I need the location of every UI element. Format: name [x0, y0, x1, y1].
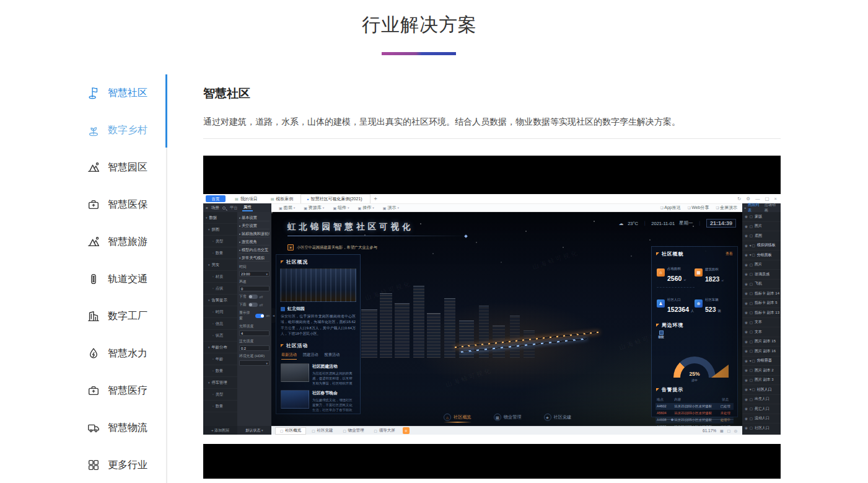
editor-tab[interactable]: 模板案例 [265, 194, 301, 203]
layer-row[interactable]: ◉ ▢ 图片 [742, 222, 781, 232]
layer-row[interactable]: ◉ ▢ 流动人口 [742, 414, 781, 424]
editor-tab[interactable]: 智慧社区可视化案例(2021) [300, 194, 370, 203]
scene-tree-row[interactable]: 男女 [203, 259, 237, 271]
snow-toggle[interactable]: 下雪 off [239, 294, 270, 299]
view-mode-icons[interactable]: ▦ ▢ ◎ [720, 428, 739, 433]
scene-tree-row[interactable]: 时间 [203, 306, 237, 318]
editor-tab[interactable]: 我的项目 [229, 194, 265, 203]
view-more-link[interactable]: 查看 [726, 251, 733, 257]
eye-icon[interactable]: ◉ [745, 340, 748, 343]
sidebar-item-smart-healthcare[interactable]: 智慧医疗 [87, 372, 166, 409]
sidebar-item-smart-community[interactable]: 智慧社区 [87, 74, 166, 112]
scene-tree-row[interactable]: 状态 [203, 330, 237, 342]
layer-row[interactable]: ◉ ▢ 社区人口 [742, 385, 781, 395]
page-tab[interactable]: 社区党建 [307, 427, 337, 435]
eye-icon[interactable]: ◉ [745, 215, 748, 218]
toolbar-button[interactable]: 操作 [358, 205, 374, 211]
scene-tree-row[interactable]: 数量 [203, 365, 237, 377]
layer-row[interactable]: ◉ ▢ 指标卡 副本 5 [742, 299, 781, 309]
eye-icon[interactable]: ◉ [745, 224, 748, 228]
collapse-left-icon[interactable]: « [206, 206, 208, 210]
page-tab[interactable]: 领导大屏 [370, 427, 400, 435]
layer-row[interactable]: ◉ ▢ 指标卡 副本 14 [742, 289, 781, 299]
property-section[interactable]: 游览视角 [239, 237, 270, 246]
panel-collapse-handle[interactable]: ◂ [271, 308, 276, 323]
layer-row[interactable]: ◉ ▢ 死亡人口 [742, 404, 781, 414]
zoom-level[interactable]: 61.17% [703, 428, 716, 433]
layer-row[interactable]: ◉ ▢ 玻璃质感 [742, 270, 781, 280]
sidebar-item-smart-park[interactable]: 智慧园区 [87, 149, 166, 186]
light-input[interactable]: 4 [239, 330, 270, 336]
scene-tree-row[interactable]: 类型 [203, 389, 237, 401]
minimize-icon[interactable]: — [755, 196, 760, 202]
alert-row[interactable]: A4602 11月21日02小区水管爆裂 已处理 [655, 403, 734, 410]
search-icon[interactable] [222, 206, 226, 210]
eye-icon[interactable]: ◉ [745, 263, 748, 267]
bloom-input[interactable]: 0.2 [239, 345, 270, 351]
add-layer-button[interactable]: + 添加图层 [203, 426, 237, 435]
eye-icon[interactable]: ◉ [745, 272, 748, 276]
share-action-button[interactable]: App推送 [660, 205, 681, 211]
layer-row[interactable]: ◉ ▢ 图片 副本 16 [742, 347, 781, 357]
property-section-open[interactable]: 异常天气模拟 [239, 254, 270, 262]
dashboard-nav-item[interactable]: 社区党建 [544, 414, 572, 423]
activity-tab[interactable]: 最新活动 [281, 352, 297, 360]
toolbar-button[interactable]: 图层 [279, 205, 295, 211]
alert-row[interactable]: A4608 11月21日05小区水管爆裂 处理中 [655, 417, 734, 423]
eye-icon[interactable]: ◉ [745, 330, 748, 334]
collapse-right-icon[interactable]: » [744, 206, 746, 210]
eye-icon[interactable]: ◉ [745, 378, 748, 382]
scene-tree-row[interactable]: 数量 [203, 247, 237, 259]
time-select[interactable]: 23:00 [239, 271, 270, 277]
activity-tab[interactable]: 投票活动 [325, 352, 340, 360]
page-tab[interactable]: 社区概览 [275, 427, 306, 435]
property-section[interactable]: 天空设置 [239, 221, 270, 229]
eye-icon[interactable]: ◉ [745, 388, 748, 391]
sidebar-item-digital-factory[interactable]: 数字工厂 [87, 298, 166, 335]
eye-icon[interactable]: ◉ [745, 407, 748, 410]
timeline-slider[interactable] [662, 419, 734, 420]
activity-item[interactable]: 社区团建活动 为拉近社区居民之间的距离感，促进邻里和谐，以互帮互助为宗旨，社区组… [281, 363, 356, 386]
layer-row[interactable]: ◉ ▢ 模拟训练板 [742, 241, 781, 251]
share-action-button[interactable]: 全屏演示 [716, 205, 737, 211]
eye-icon[interactable]: ◉ [745, 311, 748, 314]
eye-icon[interactable]: ◉ [745, 426, 748, 430]
share-action-button[interactable]: Web分享 [688, 205, 709, 211]
dashboard-nav-item[interactable]: 物业管理 [494, 414, 522, 423]
property-section[interactable]: 鼠标拖拽和滚轮缩放 [239, 229, 270, 237]
scene-tree-row[interactable]: 停车管理 [203, 377, 237, 389]
sidebar-item-rail-transit[interactable]: 轨道交通 [87, 260, 166, 298]
scene-tree-row[interactable]: 拼图 [203, 224, 237, 236]
eye-icon[interactable]: ◉ [745, 417, 748, 420]
sidebar-item-smart-logistics[interactable]: 智慧物流 [87, 409, 166, 446]
scene-tree-row[interactable]: 数量 [203, 401, 237, 412]
activity-item[interactable]: 社区春节晚会 为弘扬传统文化，增强社区凝聚力，丰富社区居民文化生活，社区举办了春… [281, 390, 356, 413]
activity-tab[interactable]: 团建活动 [303, 352, 318, 360]
eye-icon[interactable]: ◉ [745, 244, 748, 247]
dashboard-nav-item[interactable]: 社区概览 [444, 414, 471, 423]
eye-icon[interactable]: ◉ [745, 253, 748, 257]
property-section[interactable]: 模型内点击交互 [239, 246, 270, 254]
layer-row[interactable]: ◉ ▢ 图片 副本 15 [742, 337, 781, 347]
tab-properties[interactable]: 属性 [242, 205, 253, 211]
eye-icon[interactable]: ◉ [745, 397, 748, 401]
layer-row[interactable]: ◉ ▢ 指标卡 副本 13 [742, 308, 781, 318]
popup-toggle[interactable]: 显示弹窗 on [239, 310, 270, 321]
hdr-select[interactable] [239, 360, 270, 366]
rain-toggle[interactable]: 下雨 off [239, 302, 270, 308]
sidebar-item-more-industries[interactable]: 更多行业 [87, 446, 166, 483]
alert-row[interactable]: A5604 11月21日03小区水管爆裂 未处理 [655, 410, 734, 417]
toolbar-button[interactable]: 资源库 [304, 205, 324, 211]
eye-icon[interactable]: ◉ [745, 301, 748, 305]
scene-tree-row[interactable]: 年龄 [203, 353, 237, 365]
add-page-button[interactable]: ＋ [403, 427, 410, 434]
sidebar-item-smart-medical-insurance[interactable]: 智慧医保 [87, 186, 166, 223]
settings-gear-icon[interactable]: ⚙ [746, 196, 750, 202]
scene-tree-row[interactable]: 信息 [203, 318, 237, 330]
refresh-icon[interactable]: ↻ [737, 196, 741, 202]
eye-icon[interactable]: ◉ [745, 291, 748, 295]
layer-row[interactable]: ◉ ▢ 社区人口 [742, 423, 781, 433]
layer-row[interactable]: ◉ ▢ 分组面板 [742, 250, 781, 260]
scene-tree-row[interactable]: 告警提示 [203, 295, 237, 306]
layer-row[interactable]: ◉ ▢ 图片 副本 2 [742, 366, 781, 376]
